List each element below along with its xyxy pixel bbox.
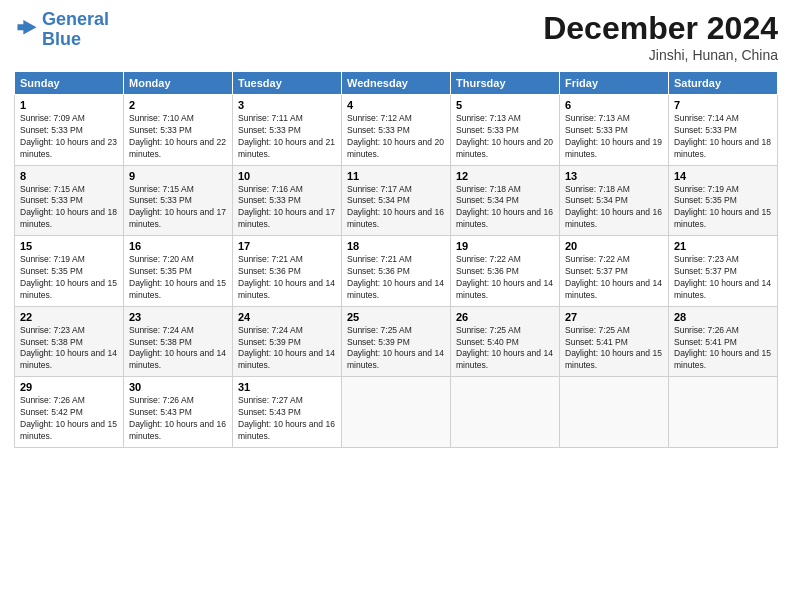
calendar-cell: 12Sunrise: 7:18 AMSunset: 5:34 PMDayligh… bbox=[451, 165, 560, 236]
day-info: Sunrise: 7:21 AMSunset: 5:36 PMDaylight:… bbox=[347, 254, 445, 302]
weekday-header-tuesday: Tuesday bbox=[233, 72, 342, 95]
month-title: December 2024 bbox=[543, 10, 778, 47]
day-number: 9 bbox=[129, 170, 227, 182]
day-info: Sunrise: 7:26 AMSunset: 5:43 PMDaylight:… bbox=[129, 395, 227, 443]
day-info: Sunrise: 7:13 AMSunset: 5:33 PMDaylight:… bbox=[456, 113, 554, 161]
day-number: 17 bbox=[238, 240, 336, 252]
day-number: 19 bbox=[456, 240, 554, 252]
calendar-cell: 21Sunrise: 7:23 AMSunset: 5:37 PMDayligh… bbox=[669, 236, 778, 307]
day-info: Sunrise: 7:22 AMSunset: 5:37 PMDaylight:… bbox=[565, 254, 663, 302]
calendar-cell: 20Sunrise: 7:22 AMSunset: 5:37 PMDayligh… bbox=[560, 236, 669, 307]
day-info: Sunrise: 7:19 AMSunset: 5:35 PMDaylight:… bbox=[674, 184, 772, 232]
page-container: GeneralBlue December 2024 Jinshi, Hunan,… bbox=[0, 0, 792, 456]
day-number: 16 bbox=[129, 240, 227, 252]
calendar-cell: 24Sunrise: 7:24 AMSunset: 5:39 PMDayligh… bbox=[233, 306, 342, 377]
day-number: 23 bbox=[129, 311, 227, 323]
calendar-body: 1Sunrise: 7:09 AMSunset: 5:33 PMDaylight… bbox=[15, 95, 778, 448]
calendar-cell: 7Sunrise: 7:14 AMSunset: 5:33 PMDaylight… bbox=[669, 95, 778, 166]
day-info: Sunrise: 7:24 AMSunset: 5:39 PMDaylight:… bbox=[238, 325, 336, 373]
title-block: December 2024 Jinshi, Hunan, China bbox=[543, 10, 778, 63]
calendar-cell: 2Sunrise: 7:10 AMSunset: 5:33 PMDaylight… bbox=[124, 95, 233, 166]
calendar-cell: 17Sunrise: 7:21 AMSunset: 5:36 PMDayligh… bbox=[233, 236, 342, 307]
header: GeneralBlue December 2024 Jinshi, Hunan,… bbox=[14, 10, 778, 63]
day-info: Sunrise: 7:21 AMSunset: 5:36 PMDaylight:… bbox=[238, 254, 336, 302]
day-info: Sunrise: 7:11 AMSunset: 5:33 PMDaylight:… bbox=[238, 113, 336, 161]
calendar-cell: 18Sunrise: 7:21 AMSunset: 5:36 PMDayligh… bbox=[342, 236, 451, 307]
calendar-cell: 23Sunrise: 7:24 AMSunset: 5:38 PMDayligh… bbox=[124, 306, 233, 377]
day-info: Sunrise: 7:22 AMSunset: 5:36 PMDaylight:… bbox=[456, 254, 554, 302]
calendar-cell: 31Sunrise: 7:27 AMSunset: 5:43 PMDayligh… bbox=[233, 377, 342, 448]
day-number: 12 bbox=[456, 170, 554, 182]
logo: GeneralBlue bbox=[14, 10, 109, 50]
logo-text: GeneralBlue bbox=[42, 10, 109, 50]
day-info: Sunrise: 7:25 AMSunset: 5:39 PMDaylight:… bbox=[347, 325, 445, 373]
day-info: Sunrise: 7:23 AMSunset: 5:38 PMDaylight:… bbox=[20, 325, 118, 373]
calendar-cell: 30Sunrise: 7:26 AMSunset: 5:43 PMDayligh… bbox=[124, 377, 233, 448]
logo-icon bbox=[16, 17, 38, 39]
calendar-cell: 22Sunrise: 7:23 AMSunset: 5:38 PMDayligh… bbox=[15, 306, 124, 377]
calendar-cell: 11Sunrise: 7:17 AMSunset: 5:34 PMDayligh… bbox=[342, 165, 451, 236]
calendar-week-3: 15Sunrise: 7:19 AMSunset: 5:35 PMDayligh… bbox=[15, 236, 778, 307]
day-info: Sunrise: 7:27 AMSunset: 5:43 PMDaylight:… bbox=[238, 395, 336, 443]
day-info: Sunrise: 7:09 AMSunset: 5:33 PMDaylight:… bbox=[20, 113, 118, 161]
calendar-cell: 28Sunrise: 7:26 AMSunset: 5:41 PMDayligh… bbox=[669, 306, 778, 377]
day-info: Sunrise: 7:16 AMSunset: 5:33 PMDaylight:… bbox=[238, 184, 336, 232]
day-number: 4 bbox=[347, 99, 445, 111]
weekday-header-monday: Monday bbox=[124, 72, 233, 95]
calendar-table: SundayMondayTuesdayWednesdayThursdayFrid… bbox=[14, 71, 778, 448]
calendar-week-4: 22Sunrise: 7:23 AMSunset: 5:38 PMDayligh… bbox=[15, 306, 778, 377]
calendar-cell: 27Sunrise: 7:25 AMSunset: 5:41 PMDayligh… bbox=[560, 306, 669, 377]
day-number: 25 bbox=[347, 311, 445, 323]
weekday-header-sunday: Sunday bbox=[15, 72, 124, 95]
day-number: 28 bbox=[674, 311, 772, 323]
day-number: 8 bbox=[20, 170, 118, 182]
day-info: Sunrise: 7:18 AMSunset: 5:34 PMDaylight:… bbox=[565, 184, 663, 232]
calendar-cell: 6Sunrise: 7:13 AMSunset: 5:33 PMDaylight… bbox=[560, 95, 669, 166]
calendar-cell: 10Sunrise: 7:16 AMSunset: 5:33 PMDayligh… bbox=[233, 165, 342, 236]
day-number: 5 bbox=[456, 99, 554, 111]
day-number: 11 bbox=[347, 170, 445, 182]
day-number: 14 bbox=[674, 170, 772, 182]
day-info: Sunrise: 7:12 AMSunset: 5:33 PMDaylight:… bbox=[347, 113, 445, 161]
calendar-cell: 16Sunrise: 7:20 AMSunset: 5:35 PMDayligh… bbox=[124, 236, 233, 307]
calendar-cell bbox=[451, 377, 560, 448]
day-number: 24 bbox=[238, 311, 336, 323]
day-info: Sunrise: 7:26 AMSunset: 5:41 PMDaylight:… bbox=[674, 325, 772, 373]
day-info: Sunrise: 7:17 AMSunset: 5:34 PMDaylight:… bbox=[347, 184, 445, 232]
calendar-cell: 14Sunrise: 7:19 AMSunset: 5:35 PMDayligh… bbox=[669, 165, 778, 236]
day-info: Sunrise: 7:25 AMSunset: 5:40 PMDaylight:… bbox=[456, 325, 554, 373]
calendar-cell bbox=[560, 377, 669, 448]
calendar-cell: 4Sunrise: 7:12 AMSunset: 5:33 PMDaylight… bbox=[342, 95, 451, 166]
weekday-header-thursday: Thursday bbox=[451, 72, 560, 95]
day-info: Sunrise: 7:14 AMSunset: 5:33 PMDaylight:… bbox=[674, 113, 772, 161]
day-number: 1 bbox=[20, 99, 118, 111]
calendar-cell: 15Sunrise: 7:19 AMSunset: 5:35 PMDayligh… bbox=[15, 236, 124, 307]
weekday-header-wednesday: Wednesday bbox=[342, 72, 451, 95]
day-info: Sunrise: 7:25 AMSunset: 5:41 PMDaylight:… bbox=[565, 325, 663, 373]
day-info: Sunrise: 7:15 AMSunset: 5:33 PMDaylight:… bbox=[20, 184, 118, 232]
calendar-week-5: 29Sunrise: 7:26 AMSunset: 5:42 PMDayligh… bbox=[15, 377, 778, 448]
calendar-header-row: SundayMondayTuesdayWednesdayThursdayFrid… bbox=[15, 72, 778, 95]
calendar-cell: 8Sunrise: 7:15 AMSunset: 5:33 PMDaylight… bbox=[15, 165, 124, 236]
svg-marker-0 bbox=[17, 20, 36, 35]
calendar-cell: 19Sunrise: 7:22 AMSunset: 5:36 PMDayligh… bbox=[451, 236, 560, 307]
calendar-cell: 25Sunrise: 7:25 AMSunset: 5:39 PMDayligh… bbox=[342, 306, 451, 377]
day-number: 2 bbox=[129, 99, 227, 111]
day-number: 7 bbox=[674, 99, 772, 111]
day-number: 27 bbox=[565, 311, 663, 323]
day-number: 26 bbox=[456, 311, 554, 323]
day-number: 18 bbox=[347, 240, 445, 252]
calendar-cell: 5Sunrise: 7:13 AMSunset: 5:33 PMDaylight… bbox=[451, 95, 560, 166]
day-number: 3 bbox=[238, 99, 336, 111]
day-number: 22 bbox=[20, 311, 118, 323]
day-info: Sunrise: 7:15 AMSunset: 5:33 PMDaylight:… bbox=[129, 184, 227, 232]
day-info: Sunrise: 7:26 AMSunset: 5:42 PMDaylight:… bbox=[20, 395, 118, 443]
day-number: 6 bbox=[565, 99, 663, 111]
day-info: Sunrise: 7:24 AMSunset: 5:38 PMDaylight:… bbox=[129, 325, 227, 373]
day-number: 29 bbox=[20, 381, 118, 393]
weekday-header-saturday: Saturday bbox=[669, 72, 778, 95]
calendar-cell: 3Sunrise: 7:11 AMSunset: 5:33 PMDaylight… bbox=[233, 95, 342, 166]
weekday-header-friday: Friday bbox=[560, 72, 669, 95]
day-info: Sunrise: 7:20 AMSunset: 5:35 PMDaylight:… bbox=[129, 254, 227, 302]
day-number: 21 bbox=[674, 240, 772, 252]
